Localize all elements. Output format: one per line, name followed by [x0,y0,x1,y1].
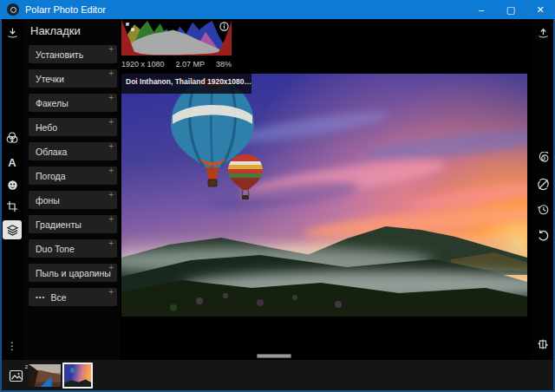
overlay-category-flares[interactable]: Факелы+ [29,94,117,112]
panel-title: Накладки [30,24,81,37]
overlay-category-clouds[interactable]: Облака+ [29,142,117,160]
expand-plus-icon[interactable]: + [108,69,114,78]
history-button[interactable] [533,199,552,219]
category-label: Градиенты [36,219,82,230]
window-controls: – ▢ ✕ [467,0,555,19]
right-toolbar [531,19,555,360]
maximize-button[interactable]: ▢ [496,0,526,19]
expand-plus-icon[interactable]: + [108,118,114,127]
category-label: Небо [36,122,57,133]
window-border-left [0,19,2,392]
overlay-category-weather[interactable]: Погода+ [29,167,117,185]
title-bar[interactable]: Polarr Photo Editor – ▢ ✕ [0,0,555,19]
close-button[interactable]: ✕ [526,0,555,19]
expand-plus-icon[interactable]: + [108,288,114,297]
layers-icon [6,224,19,237]
filters-button[interactable] [3,128,22,147]
minimize-button[interactable]: – [467,0,496,19]
reset-button[interactable] [533,225,552,245]
editor-canvas-area: 1920 x 1080 2.07 MP 38% Doi Inthanon, Th… [120,19,531,360]
overlay-category-duotone[interactable]: Duo Tone+ [29,239,117,258]
thumbnail-pier-shadow [29,364,38,387]
filmstrip-bar: 2 [0,360,555,392]
category-label: Duo Tone [36,244,75,254]
open-photos-button[interactable]: 2 [8,368,25,385]
zoom-level: 38% [216,60,232,69]
show-original-button[interactable] [533,148,552,167]
photo-image [121,74,527,317]
face-retouch-icon [6,179,19,192]
expand-plus-icon[interactable]: + [108,94,114,102]
overlay-category-all[interactable]: •••Все+ [29,288,117,306]
more-options-button[interactable]: ⋮ [3,336,22,356]
window-title: Polarr Photo Editor [25,4,106,15]
disabled-slash-icon [537,178,550,191]
overlay-category-dust-scratches[interactable]: Пыль и царапины+ [29,264,117,282]
clock-history-icon [537,203,550,216]
overlay-category-install[interactable]: Установить+ [29,45,117,63]
info-icon[interactable] [219,22,229,31]
text-tool-button[interactable]: A [3,153,22,172]
overlay-category-leaks[interactable]: Утечки+ [29,69,117,88]
ellipsis-icon: ••• [36,293,45,301]
polarr-logo-icon [7,3,19,16]
expand-plus-icon[interactable]: + [108,167,114,175]
expand-plus-icon[interactable]: + [108,142,114,151]
category-label: Установить [36,49,83,60]
undo-rotate-icon [537,229,550,242]
category-label: Утечки [36,74,64,84]
kebab-menu-icon: ⋮ [7,344,17,348]
expand-plus-icon[interactable]: + [108,215,114,224]
text-tool-icon: A [8,156,16,169]
retouch-button[interactable] [3,175,22,194]
thumbnail-pier[interactable] [29,364,61,387]
photo-canvas[interactable]: Doi Inthanon, Thailand 1920x1080… [121,74,527,317]
overlays-tool-button[interactable] [3,220,22,239]
polarr-ring [10,7,16,13]
toggle-adjustments-button[interactable] [533,174,552,193]
export-button[interactable] [533,23,552,42]
overlays-panel: Накладки Установить+ Утечки+ Факелы+ Неб… [24,19,120,360]
spiral-icon [537,152,550,165]
histogram-panel[interactable] [121,19,232,56]
expand-plus-icon[interactable]: + [108,239,114,248]
category-label: Погода [36,171,66,181]
filters-circles-icon [5,131,19,145]
category-label: Пыль и царапины [36,268,111,278]
thumbnail-balloons-selected[interactable] [62,363,93,389]
thumbnail-mountains [64,378,91,387]
image-dimensions: 1920 x 1080 [121,60,165,69]
histogram-chart [121,19,232,56]
category-label: Все [50,292,66,303]
photo-caption: Doi Inthanon, Thailand 1920x1080… [121,74,251,94]
expand-plus-icon[interactable]: + [108,45,114,54]
import-icon [6,27,19,40]
photo-count-badge: 2 [25,364,28,369]
import-button[interactable] [3,23,22,42]
thumbnail-balloon-shape [70,368,75,373]
image-megapixels: 2.07 MP [176,60,206,69]
expand-histogram-icon[interactable] [125,22,135,32]
crop-icon [6,200,18,212]
filmstrip-toggle-button[interactable] [533,335,552,354]
filmstrip-resize-handle[interactable] [257,354,291,358]
left-toolbar: A ⋮ [0,19,24,360]
crop-button[interactable] [3,197,22,216]
export-icon [537,27,550,40]
expand-plus-icon[interactable]: + [108,264,114,272]
category-label: Облака [36,147,67,157]
expand-plus-icon[interactable]: + [108,191,114,199]
panel-toggle-icon [537,338,549,350]
image-info-bar: 1920 x 1080 2.07 MP 38% [121,57,232,71]
overlay-category-sky[interactable]: Небо+ [29,118,117,136]
photos-icon [8,368,25,385]
overlay-category-backgrounds[interactable]: фоны+ [29,191,117,209]
category-label: Факелы [36,98,69,108]
overlay-category-gradients[interactable]: Градиенты+ [29,215,117,233]
app-window: Polarr Photo Editor – ▢ ✕ A [0,0,555,392]
category-label: фоны [36,195,60,206]
